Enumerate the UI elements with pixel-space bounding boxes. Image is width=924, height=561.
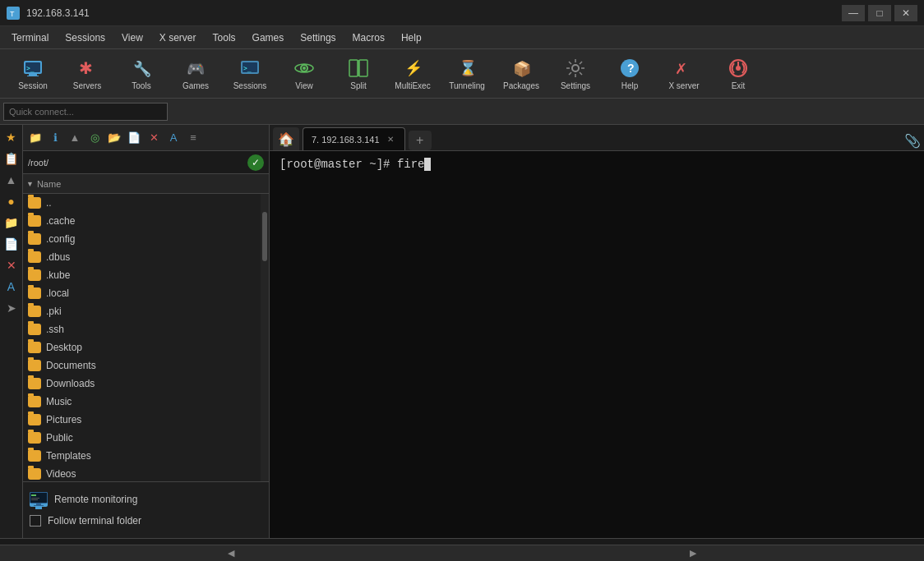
sidebar: 📁 ℹ ▲ ◎ 📂 📄 ✕ A ≡ ✓ ▼ Name ...cache.conf… [23, 125, 270, 538]
home-tab[interactable]: 🏠 [273, 127, 299, 150]
minimize-button[interactable]: — [842, 5, 865, 21]
sort-arrow-icon: ▼ [26, 180, 34, 188]
xserver-label: X server [668, 81, 699, 90]
list-item[interactable]: Music [23, 393, 261, 411]
add-tab-button[interactable]: + [409, 131, 432, 150]
left-panel-send[interactable]: ➤ [2, 299, 21, 317]
path-bar: ✓ [23, 151, 269, 174]
file-name: Videos [46, 468, 76, 480]
name-column-header: Name [37, 179, 61, 189]
list-item[interactable]: Downloads [23, 375, 261, 393]
sidebar-new-folder[interactable]: 📁 [26, 129, 44, 147]
maximize-button[interactable]: □ [868, 5, 891, 21]
remote-monitoring-item[interactable]: Remote monitoring [30, 489, 262, 510]
file-name: Desktop [46, 342, 82, 353]
toolbar-exit[interactable]: Exit [712, 52, 765, 96]
menu-view[interactable]: View [113, 29, 151, 47]
svg-text:📦: 📦 [513, 60, 532, 78]
follow-terminal-checkbox[interactable] [30, 515, 41, 527]
multiexec-label: MultiExec [395, 81, 430, 90]
list-item[interactable]: .cache [23, 212, 261, 230]
toolbar-games[interactable]: 🎮 Games [169, 52, 222, 96]
toolbar-session[interactable]: >_ Session [7, 52, 59, 96]
quick-connect-input[interactable] [3, 103, 168, 121]
menu-games[interactable]: Games [244, 29, 293, 47]
scroll-right-button[interactable]: ▶ [462, 545, 924, 561]
left-panel-x[interactable]: ✕ [2, 256, 21, 274]
home-icon: 🏠 [278, 131, 294, 147]
menu-terminal[interactable]: Terminal [3, 29, 57, 47]
scrollbar-thumb[interactable] [262, 212, 267, 261]
terminal-tab-active[interactable]: 7. 192.168.3.141 ✕ [303, 127, 405, 150]
help-label: Help [621, 81, 639, 90]
list-item[interactable]: Desktop [23, 338, 261, 356]
list-item[interactable]: .dbus [23, 248, 261, 266]
sidebar-scroll-buttons: ◀ ▶ [0, 545, 924, 561]
menu-tools[interactable]: Tools [205, 29, 244, 47]
left-panel-circle[interactable]: ● [2, 192, 21, 210]
file-name: Music [46, 396, 72, 407]
sidebar-new-file[interactable]: 📄 [125, 129, 143, 147]
list-item[interactable]: .kube [23, 266, 261, 284]
toolbar-packages[interactable]: 📦 Packages [495, 52, 547, 96]
svg-rect-41 [31, 498, 39, 499]
sidebar-refresh[interactable]: ◎ [85, 129, 104, 147]
path-ok-button[interactable]: ✓ [247, 154, 264, 171]
list-item[interactable]: Templates [23, 447, 261, 465]
sidebar-text[interactable]: A [164, 129, 182, 147]
sidebar-bottom: Remote monitoring Follow terminal folder [23, 481, 269, 538]
toolbar-tools[interactable]: 🔧 Tools [115, 52, 168, 96]
svg-point-15 [303, 67, 306, 70]
list-item[interactable]: .pki [23, 302, 261, 320]
toolbar-sessions[interactable]: >_ Sessions [224, 52, 276, 96]
left-panel-a[interactable]: A [2, 278, 21, 296]
menu-settings[interactable]: Settings [292, 29, 344, 47]
toolbar-multiexec[interactable]: ⚡ MultiExec [386, 52, 439, 96]
list-item[interactable]: .ssh [23, 320, 261, 338]
games-label: Games [182, 81, 209, 90]
sidebar-scrollbar[interactable] [261, 194, 269, 481]
file-name: .local [46, 287, 69, 299]
svg-text:T: T [10, 10, 15, 18]
path-input[interactable] [28, 158, 247, 168]
scroll-left-button[interactable]: ◀ [0, 545, 462, 561]
menu-help[interactable]: Help [393, 29, 430, 47]
view-icon [293, 57, 316, 80]
list-item[interactable]: .config [23, 230, 261, 248]
list-item[interactable]: Videos [23, 465, 261, 481]
terminal-content[interactable]: [root@master ~]# fire [270, 151, 924, 538]
svg-text:⚡: ⚡ [404, 59, 423, 77]
left-panel-folder[interactable]: 📁 [2, 214, 21, 232]
file-name: .pki [46, 306, 62, 317]
sidebar-main: ...cache.config.dbus.kube.local.pki.sshD… [23, 194, 269, 481]
sidebar-up[interactable]: ▲ [66, 129, 84, 147]
menu-xserver[interactable]: X server [151, 29, 205, 47]
list-item[interactable]: Public [23, 429, 261, 447]
toolbar-view[interactable]: View [278, 52, 330, 96]
left-panel-star[interactable]: ★ [2, 128, 21, 146]
toolbar-settings[interactable]: Settings [549, 52, 602, 96]
list-item[interactable]: Pictures [23, 411, 261, 429]
list-item[interactable]: Documents [23, 356, 261, 375]
left-panel-clipboard[interactable]: 📋 [2, 149, 21, 168]
menu-macros[interactable]: Macros [344, 29, 393, 47]
packages-icon: 📦 [510, 57, 533, 80]
toolbar-servers[interactable]: ✱ Servers [61, 52, 113, 96]
toolbar-split[interactable]: Split [332, 52, 385, 96]
toolbar-tunneling[interactable]: ⌛ Tunneling [441, 52, 493, 96]
sidebar-menu[interactable]: ≡ [184, 129, 202, 147]
toolbar-help[interactable]: ? Help [603, 52, 656, 96]
sidebar-delete[interactable]: ✕ [145, 129, 163, 147]
menu-sessions[interactable]: Sessions [57, 29, 113, 47]
terminal-area: 🏠 7. 192.168.3.141 ✕ + 📎 [root@master ~]… [270, 125, 924, 538]
left-panel-note[interactable]: 📄 [2, 235, 21, 253]
toolbar-xserver[interactable]: ✗ X server [658, 52, 710, 96]
list-item[interactable]: .local [23, 284, 261, 302]
close-button[interactable]: ✕ [894, 5, 917, 21]
servers-icon: ✱ [76, 57, 99, 80]
list-item[interactable]: .. [23, 194, 261, 212]
left-panel-up[interactable]: ▲ [2, 171, 21, 189]
sidebar-info[interactable]: ℹ [46, 129, 64, 147]
tab-close-button[interactable]: ✕ [385, 134, 396, 145]
sidebar-folder2[interactable]: 📂 [105, 129, 123, 147]
